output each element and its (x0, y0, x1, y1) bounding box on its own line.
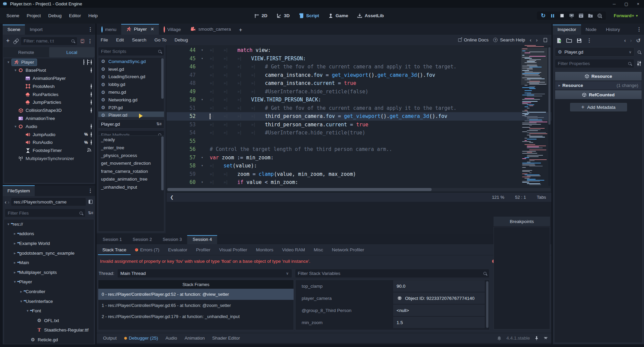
variable-row[interactable]: min_zoom1.5 (296, 316, 489, 328)
new-resource-icon[interactable] (556, 38, 562, 43)
fs-item-example-world[interactable]: ▸Example World (4, 239, 94, 248)
script-item-loadingscreen.gd[interactable]: ⚙LoadingScreen.gd (98, 73, 164, 81)
script-tab-village[interactable]: Village (159, 25, 185, 35)
open-docs-icon[interactable] (636, 49, 642, 55)
code-line-50[interactable]: 50▾»|»|»|VIEW.THIRD_PERSON_BACK: (167, 96, 551, 104)
sort-methods-icon[interactable]: ⇅≡ (156, 122, 161, 126)
remote-debug-icon[interactable] (569, 13, 574, 19)
visibility-eye-icon[interactable] (91, 124, 92, 129)
inspector-tab-node[interactable]: Node (581, 25, 601, 35)
debugger-tab-profiler[interactable]: Profiler (192, 245, 215, 255)
variable-value[interactable]: <null> (393, 305, 485, 316)
horizontal-scrollbar[interactable] (167, 188, 551, 191)
workspace-tab-game[interactable]: Game (326, 11, 350, 20)
script-item-menu.gd[interactable]: ⚙menu.gd (98, 88, 164, 96)
methods-list-scrollbar[interactable] (161, 136, 164, 190)
audio-bus-percent-icon[interactable]: % (84, 132, 88, 137)
code-line-44[interactable]: 44▾»|»|match view: (167, 46, 551, 55)
code-line-45[interactable]: 45▾»|»|»|VIEW.FIRST_PERSON: (167, 55, 551, 63)
fs-item-mulitplayer-scripts[interactable]: ▸Mulitplayer_scripts (4, 267, 94, 277)
add-metadata-button[interactable]: + Add Metadata (570, 102, 628, 112)
tree-expand-icon[interactable]: ▾ (25, 309, 30, 313)
debugger-tab-video-ram[interactable]: Video RAM (278, 245, 309, 255)
play-custom-scene-icon[interactable] (587, 13, 593, 19)
scene-node-animationplayer[interactable]: AnimationPlayer (4, 74, 94, 83)
tree-expand-icon[interactable]: ▸ (12, 231, 17, 236)
editable-scene-icon[interactable] (83, 60, 84, 65)
scripts-list-scrollbar[interactable] (161, 58, 164, 99)
expand-bottom-panel-icon[interactable] (543, 336, 548, 341)
visibility-eye-icon[interactable] (91, 132, 92, 137)
tree-expand-icon[interactable]: ▾ (6, 222, 11, 226)
script-menu-file[interactable]: File (97, 36, 112, 44)
code-line-47[interactable]: 47»|»|»|»|camera_instance.fov = get_view… (167, 71, 551, 80)
scene-node-runaudio[interactable]: RunAudio% (4, 138, 94, 147)
indent-type[interactable]: Tabs (532, 195, 551, 200)
menu-project[interactable]: Project (23, 11, 44, 20)
script-tab-player[interactable]: Player✕ (121, 24, 159, 35)
signal-connection-icon[interactable] (87, 148, 92, 153)
code-line-54[interactable]: 54»|»|»|»|#UserInterface.hide_reticle(tr… (167, 129, 551, 137)
method-item-_physics_process[interactable]: _physics_process (98, 152, 164, 159)
collapse-sidebar-icon[interactable]: ❮ (167, 195, 177, 200)
fs-item-controller[interactable]: ▸Controller (4, 287, 94, 296)
workspace-tab-3d[interactable]: 3D (274, 11, 292, 20)
code-line-58[interactable]: 58▾»|set(value): (167, 162, 551, 170)
scene-menu-icon[interactable]: ⋮ (87, 38, 93, 44)
debugger-tab-visual-profiler[interactable]: Visual Profiler (215, 245, 251, 255)
scene-node-multiplayersynchronizer[interactable]: MultiplayerSynchronizer (4, 155, 94, 163)
debugger-tab-misc[interactable]: Misc (309, 245, 328, 255)
nav-forward-icon[interactable]: › (8, 199, 9, 205)
new-tab-button[interactable]: + (236, 25, 245, 35)
scene-node-protomesh[interactable]: ProtoMesh (4, 82, 94, 90)
variable-value[interactable]: 1.5 (393, 317, 485, 328)
script-item-lobby.gd[interactable]: ⚙lobby.gd (98, 81, 164, 88)
edited-resource-picker[interactable]: ⚙ Player.gd ∨ (555, 47, 635, 57)
code-line-46[interactable]: 46»|»|»|»|# Get the fov of the current c… (167, 63, 551, 71)
zoom-level[interactable]: 121 % (486, 195, 510, 200)
renderer-select[interactable]: Forward+ ▾ (614, 13, 638, 18)
variables-scrollbar[interactable] (486, 281, 488, 328)
method-item-_ready[interactable]: _ready (98, 136, 164, 144)
category-resource[interactable]: Resource (555, 72, 642, 81)
notifications-bell-icon[interactable] (497, 336, 502, 341)
fs-item-godotsteam-sync-example[interactable]: ▸godotsteam_sync_example (4, 248, 94, 258)
scene-node-selected-box[interactable]: Player (11, 59, 37, 66)
filesystem-tab[interactable]: FileSystem (3, 185, 35, 196)
search-help-button[interactable]: ?Search Help (493, 37, 525, 42)
reload-project-icon[interactable]: ↻ (540, 13, 546, 19)
inspector-history-icon[interactable]: ↺ (636, 37, 641, 44)
debugger-tab-errors-7-[interactable]: Errors (7) (131, 245, 164, 255)
local-tab[interactable]: Local (49, 47, 95, 57)
close-icon[interactable]: × (637, 2, 639, 6)
stop-scene-icon[interactable] (559, 13, 565, 19)
method-item-_unhandled_input[interactable]: _unhandled_input (98, 183, 164, 191)
script-item-player.gd[interactable]: ⚙Player.gd (98, 112, 164, 117)
fold-arrow-icon[interactable]: ▾ (198, 46, 206, 55)
current-script-bar[interactable]: Player.gd ⇅≡ (98, 119, 164, 129)
section-resource[interactable]: ▸ Resource (1 change) (555, 81, 642, 90)
scene-node-basepivot[interactable]: ▾BasePivot (4, 66, 94, 74)
tree-expand-icon[interactable]: ▾ (6, 60, 11, 64)
instance-scene-icon[interactable] (13, 38, 19, 44)
debugger-tab-evaluator[interactable]: Evaluator (164, 245, 192, 255)
load-resource-folder-icon[interactable] (566, 38, 572, 43)
variable-row[interactable]: player_cameraObject ID: 9223372076767774… (296, 292, 489, 304)
remote-tab[interactable]: Remote (3, 47, 49, 57)
scene-dock-tab-scene[interactable]: Scene (3, 25, 25, 35)
script-menu-search[interactable]: Search (128, 36, 150, 44)
script-attached-icon[interactable] (87, 60, 88, 65)
variable-value[interactable]: Object ID: 9223372076767774140 (393, 292, 485, 304)
tree-expand-icon[interactable]: ▸ (12, 270, 17, 275)
fs-item-font[interactable]: ▾Font (4, 306, 94, 316)
scene-node-footsteptimer[interactable]: FootstepTimer (4, 147, 94, 155)
fold-arrow-icon[interactable]: ▾ (198, 55, 206, 63)
fold-arrow-icon[interactable]: ▾ (198, 162, 206, 170)
menu-editor[interactable]: Editor (65, 11, 84, 20)
tree-expand-icon[interactable]: ▸ (12, 241, 17, 246)
visibility-eye-icon[interactable] (91, 60, 92, 65)
method-item-get_movement_direction[interactable]: get_movement_direction (98, 159, 164, 167)
stack-frame[interactable]: 0 - res://Player/Controller/Player.gd:52… (98, 289, 294, 300)
scene-node-jumpaudio[interactable]: JumpAudio% (4, 130, 94, 138)
audio-bus-percent-icon[interactable]: % (84, 140, 88, 145)
